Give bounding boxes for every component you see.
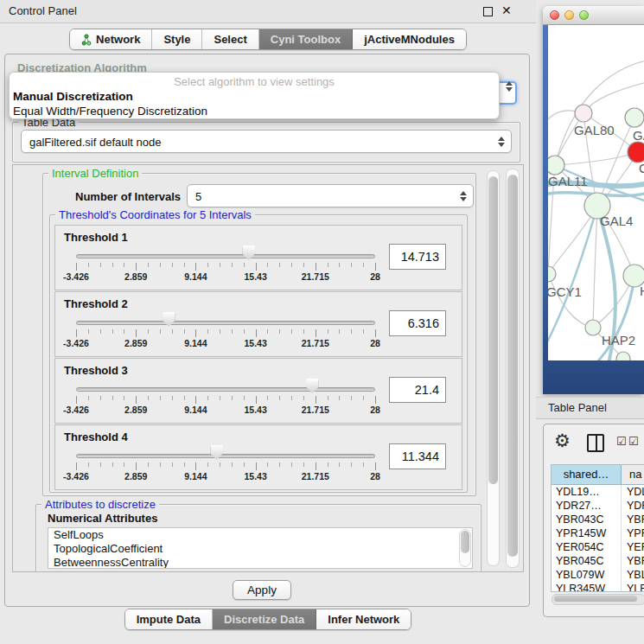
tick-label: 21.715 xyxy=(302,471,329,481)
minor-tick xyxy=(232,263,233,267)
network-canvas[interactable]: GAL80GACGAL11GAL4GCY1HHAP2 xyxy=(548,25,644,360)
node-bottom[interactable] xyxy=(616,352,630,360)
tab-network[interactable]: Network xyxy=(70,29,152,49)
attribute-list-item[interactable]: SelfLoops xyxy=(48,528,472,542)
network-edge xyxy=(555,152,638,165)
table-data-combobox[interactable]: galFiltered.sif default node xyxy=(21,130,512,153)
minor-tick xyxy=(124,462,124,467)
minor-tick xyxy=(328,263,328,267)
table-row[interactable]: YLR345WYLR3 xyxy=(552,582,644,592)
split-columns-icon[interactable] xyxy=(587,434,604,452)
table-row[interactable]: YBL079WYBL0 xyxy=(552,568,644,582)
threshold-value-input[interactable] xyxy=(389,244,446,270)
slider-tick-labels: -3.4262.8599.14415.4321.71528 xyxy=(76,405,375,416)
table-row[interactable]: YBR043CYBR0 xyxy=(552,513,644,526)
minor-tick xyxy=(291,462,292,467)
tab-label: Infer Network xyxy=(328,613,399,626)
settings-scrollbar[interactable] xyxy=(506,169,520,568)
tab-jactivemnodules[interactable]: jActiveMNodules xyxy=(353,29,466,49)
slider-track[interactable] xyxy=(76,321,375,325)
interval-group-title: Interval Definition xyxy=(48,167,142,180)
minor-tick xyxy=(232,462,233,467)
bottom-tab-impute-data[interactable]: Impute Data xyxy=(125,609,213,629)
number-of-intervals-combobox[interactable]: 5 xyxy=(187,184,474,207)
bottom-tab-discretize-data[interactable]: Discretize Data xyxy=(213,609,316,629)
slider-track[interactable] xyxy=(76,387,375,392)
table-row[interactable]: YPR145WYPR1 xyxy=(552,526,644,540)
tab-cyni-toolbox[interactable]: Cyni Toolbox xyxy=(259,29,353,49)
major-tick xyxy=(375,263,376,271)
numerical-attributes-list[interactable]: SelfLoopsTopologicalCoefficientBetweenne… xyxy=(48,527,473,569)
cell-shared-name: YDL19… xyxy=(552,485,622,499)
table-horizontal-scrollbar[interactable] xyxy=(552,594,644,605)
interval-scrollbar[interactable] xyxy=(487,170,500,566)
tick-label: -3.426 xyxy=(63,405,89,415)
gear-icon[interactable]: ⚙ xyxy=(554,430,571,451)
minor-tick xyxy=(363,462,364,467)
attribute-list-item[interactable]: BetweennessCentrality xyxy=(48,556,472,569)
tab-select[interactable]: Select xyxy=(202,29,258,49)
node-gal80[interactable] xyxy=(575,105,592,122)
node-label: GCY1 xyxy=(548,284,582,299)
threshold-panel-1: Threshold 1-3.4262.8599.14415.4321.71528 xyxy=(54,225,462,290)
minor-tick xyxy=(303,462,304,467)
minor-tick xyxy=(291,263,292,267)
node-attribute-table[interactable]: shared…naYDL19…YDL1YDR27…YDR2YBR043CYBR0… xyxy=(551,464,644,592)
close-icon[interactable]: ✕ xyxy=(501,3,512,17)
bottom-tab-infer-network[interactable]: Infer Network xyxy=(316,609,411,629)
minor-tick xyxy=(207,263,208,267)
tab-style[interactable]: Style xyxy=(152,29,202,49)
network-graph[interactable]: GAL80GACGAL11GAL4GCY1HHAP2 xyxy=(548,25,644,360)
node-label: GAL80 xyxy=(574,123,615,137)
float-window-icon[interactable] xyxy=(483,7,493,16)
dropdown-option[interactable]: Equal Width/Frequency Discretization xyxy=(10,104,499,118)
minor-tick xyxy=(148,329,149,334)
scrollbar-thumb[interactable] xyxy=(554,596,637,602)
minor-tick xyxy=(148,396,149,400)
combo-stepper-icon xyxy=(505,80,513,92)
bottom-tab-segments: Impute DataDiscretize DataInfer Network xyxy=(124,609,412,630)
zoom-traffic-light[interactable] xyxy=(579,10,589,20)
major-tick xyxy=(136,263,137,271)
minor-tick xyxy=(160,396,161,400)
threshold-value-input[interactable] xyxy=(389,310,446,336)
threshold-label: Threshold 2 xyxy=(64,297,128,310)
table-row[interactable]: YBR045CYBR0 xyxy=(552,554,644,568)
dropdown-option[interactable]: Manual Discretization xyxy=(10,89,499,104)
tick-label: 15.43 xyxy=(244,338,266,348)
table-row[interactable]: YER054CYER0 xyxy=(552,540,644,554)
apply-button[interactable]: Apply xyxy=(233,580,291,600)
scrollbar-thumb[interactable] xyxy=(461,531,469,553)
node-gal11[interactable] xyxy=(548,156,564,175)
checkbox-icon[interactable]: ☑ xyxy=(628,435,639,448)
node-label: GAL4 xyxy=(600,214,633,228)
node-label: C xyxy=(639,161,644,175)
minor-tick xyxy=(279,396,280,400)
table-row[interactable]: YDL19…YDL1 xyxy=(552,485,644,499)
threshold-value-input[interactable] xyxy=(389,377,446,403)
threshold-value-input[interactable] xyxy=(389,443,446,469)
scrollbar-thumb[interactable] xyxy=(488,176,498,484)
slider-track[interactable] xyxy=(76,254,375,258)
attributes-list-scrollbar[interactable] xyxy=(459,529,471,567)
column-header-name[interactable]: na xyxy=(622,465,644,484)
tab-segments: NetworkStyleSelectCyni ToolboxjActiveMNo… xyxy=(69,29,467,50)
tick-label: 9.144 xyxy=(184,471,207,481)
table-row[interactable]: YDR27…YDR2 xyxy=(552,499,644,513)
slider-track[interactable] xyxy=(76,454,375,458)
node-gcy1[interactable] xyxy=(548,266,556,282)
cell-name: YER0 xyxy=(622,540,644,554)
minor-tick xyxy=(303,396,304,400)
node-top-right[interactable] xyxy=(625,108,644,127)
tick-label: 15.43 xyxy=(244,405,266,415)
column-header-shared-name[interactable]: shared… xyxy=(552,465,622,484)
cell-name: YBR0 xyxy=(622,513,644,526)
close-traffic-light[interactable] xyxy=(550,10,559,20)
minimize-traffic-light[interactable] xyxy=(564,10,574,20)
scrollbar-thumb[interactable] xyxy=(507,175,518,557)
node-hap2[interactable] xyxy=(585,320,601,335)
node-selected-red[interactable] xyxy=(628,142,644,163)
checkbox-icon[interactable]: ☑ xyxy=(616,435,627,448)
minor-tick xyxy=(339,263,340,267)
attribute-list-item[interactable]: TopologicalCoefficient xyxy=(48,542,472,556)
